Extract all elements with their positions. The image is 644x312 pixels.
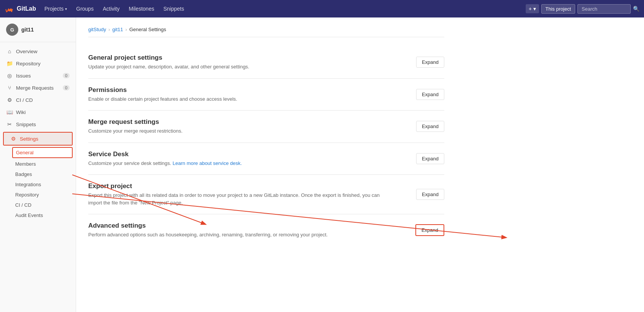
- sidebar-item-overview[interactable]: ⌂ Overview: [0, 45, 76, 57]
- projects-chevron-icon: ▾: [65, 7, 67, 11]
- milestones-label: Milestones: [129, 6, 154, 12]
- section-header: Permissions Enable or disable certain pr…: [88, 86, 444, 103]
- sidebar-item-label: Snippets: [16, 122, 36, 127]
- section-advanced-settings: Advanced settings Perform advanced optio…: [88, 214, 444, 246]
- breadcrumb: gitStudy › git11 › General Settings: [88, 27, 444, 37]
- section-desc: Customize your service desk settings. Le…: [88, 160, 242, 167]
- section-permissions: Permissions Enable or disable certain pr…: [88, 79, 444, 111]
- sidebar-item-label: Merge Requests: [16, 85, 54, 91]
- section-text: General project settings Update your pro…: [88, 54, 249, 71]
- breadcrumb-git11[interactable]: git11: [112, 27, 123, 32]
- sidebar-item-repository[interactable]: 📁 Repository: [0, 57, 76, 70]
- sidebar-user-section: G git11: [0, 24, 76, 42]
- section-title: General project settings: [88, 54, 249, 62]
- home-icon: ⌂: [6, 48, 13, 54]
- sidebar-item-label: Wiki: [16, 109, 26, 115]
- section-text: Merge request settings Customize your me…: [88, 118, 183, 135]
- section-desc: Customize your merge request restriction…: [88, 127, 183, 135]
- top-nav-right-section: + ▾ This project 🔍: [526, 4, 639, 14]
- issues-icon: ◎: [6, 73, 13, 79]
- sidebar-item-label: Settings: [20, 136, 38, 142]
- content-inner: gitStudy › git11 › General Settings Gene…: [76, 17, 456, 255]
- sidebar-item-label: Repository: [16, 61, 41, 67]
- sidebar-subitem-members[interactable]: Members: [0, 159, 76, 169]
- section-text: Export project Export this project with …: [88, 182, 385, 206]
- section-desc: Perform advanced options such as houseke…: [88, 231, 328, 239]
- snippets-icon: ✂: [6, 121, 13, 127]
- sidebar-item-issues[interactable]: ◎ Issues 0: [0, 70, 76, 82]
- section-text: Permissions Enable or disable certain pr…: [88, 86, 237, 103]
- section-desc: Enable or disable certain project featur…: [88, 95, 237, 103]
- top-navigation: GitLab Projects ▾ Groups Activity Milest…: [0, 0, 644, 17]
- breadcrumb-gitstudy[interactable]: gitStudy: [88, 27, 106, 32]
- expand-button-export[interactable]: Expand: [416, 189, 444, 200]
- sidebar-item-wiki[interactable]: 📖 Wiki: [0, 106, 76, 118]
- merge-requests-icon: ⑂: [6, 85, 13, 91]
- section-header: Service Desk Customize your service desk…: [88, 150, 444, 167]
- sidebar-item-settings[interactable]: ⚙ Settings: [4, 133, 72, 145]
- sidebar-subitem-repository[interactable]: Repository: [0, 190, 76, 200]
- sidebar-item-ci-cd[interactable]: ⚙ CI / CD: [0, 94, 76, 106]
- snippets-label: Snippets: [163, 6, 184, 12]
- gitlab-logo[interactable]: GitLab: [5, 4, 36, 14]
- breadcrumb-current: General Settings: [129, 27, 166, 32]
- main-content: gitStudy › git11 › General Settings Gene…: [76, 17, 644, 312]
- section-desc: Update your project name, description, a…: [88, 63, 249, 71]
- sidebar-subitem-audit-events[interactable]: Audit Events: [0, 210, 76, 220]
- projects-label: Projects: [45, 6, 64, 12]
- section-title: Merge request settings: [88, 118, 183, 126]
- section-header: General project settings Update your pro…: [88, 54, 444, 71]
- this-project-button[interactable]: This project: [541, 4, 575, 14]
- search-input[interactable]: [577, 4, 631, 14]
- service-desk-link[interactable]: Learn more about service desk.: [173, 160, 242, 166]
- main-wrapper: G git11 ⌂ Overview 📁 Repository ◎ Issues…: [0, 17, 644, 312]
- expand-button-service-desk[interactable]: Expand: [416, 153, 444, 164]
- sidebar: G git11 ⌂ Overview 📁 Repository ◎ Issues…: [0, 17, 76, 312]
- settings-gear-icon: ⚙: [10, 136, 17, 142]
- section-merge-request-settings: Merge request settings Customize your me…: [88, 111, 444, 143]
- section-header: Export project Export this project with …: [88, 182, 444, 206]
- section-text: Service Desk Customize your service desk…: [88, 150, 242, 167]
- gitlab-wordmark: GitLab: [17, 5, 36, 12]
- issues-badge: 0: [63, 73, 70, 78]
- milestones-menu[interactable]: Milestones: [125, 0, 158, 17]
- sidebar-item-snippets[interactable]: ✂ Snippets: [0, 118, 76, 130]
- section-text: Advanced settings Perform advanced optio…: [88, 222, 328, 239]
- new-item-button[interactable]: + ▾: [526, 4, 539, 13]
- section-title: Export project: [88, 182, 385, 190]
- search-icon[interactable]: 🔍: [633, 6, 639, 12]
- sidebar-item-label: Overview: [16, 49, 37, 54]
- activity-menu[interactable]: Activity: [99, 0, 123, 17]
- section-general-project-settings: General project settings Update your pro…: [88, 46, 444, 79]
- section-export-project: Export project Export this project with …: [88, 175, 444, 214]
- breadcrumb-sep1: ›: [108, 27, 110, 32]
- groups-label: Groups: [76, 6, 94, 12]
- expand-button-advanced[interactable]: Expand: [415, 224, 444, 236]
- expand-button-merge-requests[interactable]: Expand: [416, 121, 444, 132]
- username: git11: [21, 27, 34, 33]
- section-title: Advanced settings: [88, 222, 328, 230]
- projects-menu[interactable]: Projects ▾: [41, 0, 71, 17]
- snippets-menu[interactable]: Snippets: [159, 0, 188, 17]
- section-title: Permissions: [88, 86, 237, 94]
- section-header: Advanced settings Perform advanced optio…: [88, 222, 444, 239]
- section-header: Merge request settings Customize your me…: [88, 118, 444, 135]
- sidebar-item-label: Issues: [16, 73, 31, 79]
- sidebar-subitem-ci-cd[interactable]: CI / CD: [0, 200, 76, 210]
- expand-button-general[interactable]: Expand: [416, 57, 444, 68]
- merge-requests-badge: 0: [63, 85, 70, 90]
- groups-menu[interactable]: Groups: [72, 0, 97, 17]
- wiki-icon: 📖: [6, 109, 13, 115]
- expand-button-permissions[interactable]: Expand: [416, 89, 444, 100]
- sidebar-item-merge-requests[interactable]: ⑂ Merge Requests 0: [0, 82, 76, 94]
- ci-cd-icon: ⚙: [6, 97, 13, 103]
- sidebar-item-label: CI / CD: [16, 97, 33, 103]
- section-service-desk: Service Desk Customize your service desk…: [88, 143, 444, 175]
- sidebar-subitem-integrations[interactable]: Integrations: [0, 179, 76, 190]
- sidebar-subitem-general[interactable]: General: [13, 148, 72, 157]
- activity-label: Activity: [103, 6, 119, 12]
- repository-icon: 📁: [6, 60, 13, 67]
- section-title: Service Desk: [88, 150, 242, 158]
- sidebar-subitem-badges[interactable]: Badges: [0, 169, 76, 179]
- avatar: G: [6, 24, 18, 36]
